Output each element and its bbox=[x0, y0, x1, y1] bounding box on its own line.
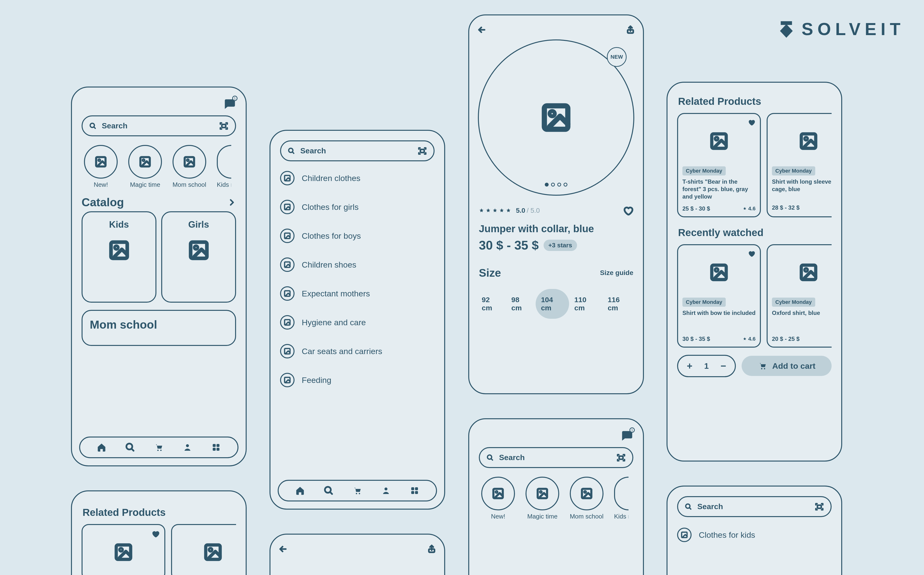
image-icon bbox=[188, 240, 210, 261]
size-option[interactable]: 92 cm bbox=[476, 289, 506, 319]
image-icon bbox=[580, 487, 593, 500]
story-item[interactable]: Mom school bbox=[567, 477, 606, 520]
category-item[interactable]: Hygiene and care bbox=[280, 315, 435, 330]
story-item[interactable]: Kids more bbox=[214, 145, 234, 189]
svg-rect-42 bbox=[411, 487, 414, 490]
search-icon[interactable] bbox=[323, 486, 334, 496]
svg-rect-2 bbox=[222, 124, 226, 127]
cart-icon[interactable] bbox=[154, 442, 164, 453]
catalog-card[interactable]: Kids bbox=[81, 211, 156, 303]
barcode-scan-icon[interactable] bbox=[418, 146, 427, 156]
product-card[interactable]: Cyber Monday Shirt with long sleeve in c… bbox=[766, 113, 832, 217]
svg-point-4 bbox=[99, 159, 100, 161]
product-title: Shirt with bow tie included bbox=[682, 309, 755, 331]
barcode-scan-icon[interactable] bbox=[617, 453, 626, 462]
grid-icon[interactable] bbox=[211, 442, 221, 453]
favorite-button[interactable] bbox=[623, 205, 633, 216]
quantity-stepper[interactable]: + 1 − bbox=[677, 355, 736, 377]
story-item[interactable]: New! bbox=[479, 477, 517, 520]
favorite-button[interactable] bbox=[747, 118, 755, 126]
product-title: Oxford shirt, blue bbox=[772, 309, 832, 331]
back-arrow-icon[interactable] bbox=[477, 25, 486, 35]
size-option[interactable]: 116 cm bbox=[602, 289, 636, 319]
search-input[interactable] bbox=[499, 453, 612, 462]
svg-line-38 bbox=[330, 492, 332, 494]
search-input[interactable] bbox=[101, 121, 214, 130]
search-icon[interactable] bbox=[125, 442, 135, 453]
back-arrow-icon[interactable] bbox=[278, 544, 288, 554]
chat-badge: 1 bbox=[232, 96, 237, 101]
category-item[interactable]: Children shoes bbox=[280, 257, 435, 272]
share-icon[interactable] bbox=[626, 25, 635, 35]
add-to-cart-button[interactable]: Add to cart bbox=[742, 356, 832, 376]
promo-tag: Cyber Monday bbox=[682, 166, 726, 175]
favorite-button[interactable] bbox=[747, 249, 755, 258]
category-item[interactable]: Car seats and carriers bbox=[280, 344, 435, 358]
chat-button[interactable]: 1 bbox=[620, 429, 633, 442]
category-item[interactable]: Expectant mothers bbox=[280, 286, 435, 301]
search-bar[interactable] bbox=[479, 447, 633, 468]
share-icon[interactable] bbox=[427, 544, 437, 554]
product-hero[interactable]: NEW bbox=[478, 40, 634, 196]
image-icon bbox=[492, 487, 504, 500]
home-icon[interactable] bbox=[97, 442, 107, 453]
search-input[interactable] bbox=[300, 146, 413, 156]
size-option[interactable]: 98 cm bbox=[506, 289, 535, 319]
search-bar[interactable] bbox=[81, 115, 236, 136]
search-icon bbox=[89, 122, 97, 130]
category-item[interactable]: Clothes for boys bbox=[280, 229, 435, 243]
category-item[interactable]: Clothes for kids bbox=[677, 527, 832, 542]
image-icon bbox=[284, 175, 291, 182]
size-option[interactable]: 110 cm bbox=[569, 289, 602, 319]
story-item[interactable]: Magic time bbox=[523, 477, 562, 520]
svg-point-49 bbox=[550, 112, 554, 116]
cart-icon[interactable] bbox=[352, 486, 362, 496]
size-option-selected[interactable]: 104 cm bbox=[535, 289, 569, 319]
qty-decrease[interactable]: − bbox=[718, 361, 728, 372]
story-item[interactable]: Mom school bbox=[170, 145, 209, 189]
profile-icon[interactable] bbox=[182, 442, 193, 453]
barcode-scan-icon[interactable] bbox=[815, 502, 824, 511]
chat-button[interactable]: 1 bbox=[223, 97, 236, 111]
product-card[interactable]: Cyber Monday Shirt with bow tie included… bbox=[677, 244, 761, 348]
product-price: 25 $ - 30 $ bbox=[682, 205, 710, 212]
catalog-card[interactable]: Girls bbox=[161, 211, 236, 303]
star-icon bbox=[743, 337, 747, 341]
search-bar[interactable] bbox=[677, 496, 832, 517]
product-price: 20 $ - 25 $ bbox=[772, 335, 800, 342]
favorite-button[interactable] bbox=[151, 529, 160, 538]
size-guide-link[interactable]: Size guide bbox=[600, 269, 633, 277]
search-icon bbox=[486, 454, 494, 461]
product-card[interactable]: Cyber Monday T-shirts "Bear in the fores… bbox=[677, 113, 761, 217]
grid-icon[interactable] bbox=[409, 486, 420, 496]
svg-rect-44 bbox=[411, 491, 414, 494]
product-card[interactable]: Cyber Monday Oxford shirt, blue 20 $ - 2… bbox=[766, 244, 832, 348]
category-item[interactable]: Clothes for girls bbox=[280, 200, 435, 214]
image-icon bbox=[540, 102, 572, 133]
story-item[interactable]: New! bbox=[81, 145, 120, 189]
qty-increase[interactable]: + bbox=[685, 361, 695, 372]
story-item[interactable]: Kids more bbox=[612, 477, 631, 520]
story-item[interactable]: Magic time bbox=[126, 145, 164, 189]
brand-name: SOLVEIT bbox=[801, 19, 905, 39]
star-icon bbox=[486, 208, 491, 213]
barcode-scan-icon[interactable] bbox=[219, 121, 228, 130]
category-item[interactable]: Feeding bbox=[280, 373, 435, 387]
catalog-header[interactable]: Catalog bbox=[81, 189, 236, 211]
svg-point-15 bbox=[158, 450, 159, 451]
profile-icon[interactable] bbox=[381, 486, 391, 496]
product-price: 30 $ - 35 $ bbox=[682, 335, 710, 342]
image-icon bbox=[94, 156, 107, 168]
home-icon[interactable] bbox=[295, 486, 305, 496]
image-icon bbox=[536, 487, 549, 500]
search-bar[interactable] bbox=[280, 140, 435, 161]
product-card[interactable] bbox=[81, 524, 165, 575]
product-card[interactable] bbox=[171, 524, 236, 575]
promo-card[interactable]: Mom school bbox=[81, 310, 236, 346]
image-icon bbox=[709, 132, 729, 151]
svg-line-51 bbox=[491, 458, 492, 460]
search-input[interactable] bbox=[697, 502, 810, 511]
section-title: Recently watched bbox=[677, 217, 832, 244]
category-item[interactable]: Children clothes bbox=[280, 171, 435, 185]
star-icon bbox=[506, 208, 511, 213]
